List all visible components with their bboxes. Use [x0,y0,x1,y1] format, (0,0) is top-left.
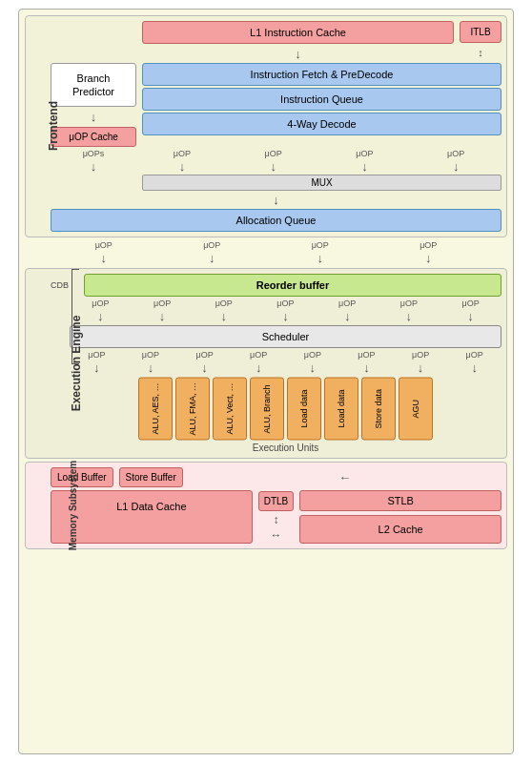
reorder-buffer-box: Reorder buffer [84,274,501,297]
four-way-decode-box: 4-Way Decode [142,113,501,135]
uop-alloc-2: μOP [203,240,220,250]
exec-unit-6: Store data [361,378,396,441]
exec-unit-1: ALU, FMA, … [175,378,210,441]
memory-section: Memory Subsystem Load Buffer Store Buffe… [25,462,507,549]
execution-units-label: Execution Units [51,443,501,453]
instruction-queue-box: Instruction Queue [142,88,501,111]
uop-label-2: μOP [265,149,282,158]
stlb-box: STLB [299,490,501,511]
uop-cache-box: μOP Cache [51,127,136,147]
load-buffer-box: Load Buffer [51,467,113,487]
itlb-box: ITLB [460,21,501,43]
store-buffer-box: Store Buffer [119,467,183,487]
l1-data-cache-box: L1 Data Cache [51,490,253,544]
execution-engine-section: Execution Engine CDB Reorder buffer μOP … [25,268,507,459]
branch-predictor-box: Branch Predictor [51,63,136,108]
dtlb-box: DTLB [258,491,295,511]
frontend-label: Frontend [47,101,60,151]
uop-alloc-1: μOP [95,240,113,250]
exec-unit-7: AGU [399,378,433,441]
frontend-section: Frontend L1 Instruction Cache ITLB ↓ ↕ B… [25,15,507,238]
exec-unit-5: Load data [324,378,358,441]
uop-label-1: μOP [174,149,191,158]
exec-unit-0: ALU, AES, … [138,378,173,441]
l2-cache-box: L2 Cache [299,515,501,544]
fetch-predecode-box: Instruction Fetch & PreDecode [142,63,501,86]
uops-label: μOPs [51,149,136,158]
l1-instruction-cache-box: L1 Instruction Cache [142,21,454,44]
scheduler-box: Scheduler [70,325,501,348]
memory-label: Memory Subsystem [68,460,78,549]
uop-alloc-3: μOP [312,240,329,250]
cdb-label: CDB [51,280,69,290]
exec-unit-2: ALU, Vect, … [213,378,247,441]
uop-alloc-4: μOP [419,240,437,250]
allocation-queue-box: Allocation Queue [51,209,501,232]
exec-unit-3: ALU, Branch [250,378,284,441]
uop-label-4: μOP [447,149,464,158]
uop-label-3: μOP [356,149,373,158]
mux-bar: MUX [142,175,501,191]
exec-unit-4: Load data [287,378,321,441]
